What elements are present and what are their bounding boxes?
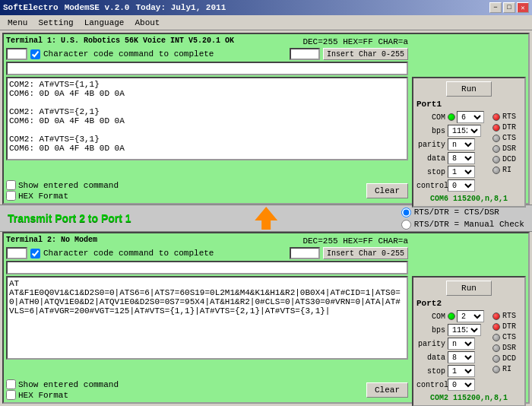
port2-dtr-led xyxy=(492,323,500,331)
terminal1-hex-format-label: HEX Format xyxy=(6,191,119,201)
port2-data-row: data 87 xyxy=(416,351,489,363)
port1-leds: RTS DTR CTS DSR xyxy=(492,111,521,193)
terminal1-hex-format-checkbox[interactable] xyxy=(6,191,16,201)
port2-parity-row: parity neo xyxy=(416,338,489,350)
port1-run-button[interactable]: Run xyxy=(446,81,492,97)
port1-dsr-led xyxy=(492,145,500,153)
port1-control-label: control xyxy=(416,182,445,190)
port1-data-select[interactable]: 87 xyxy=(448,152,475,164)
title-bar-text: SoftElectro ModemSE v.2.0 Today: July1, … xyxy=(3,3,226,12)
port2-com-row: COM 2134 xyxy=(416,310,489,322)
middle-divider: Transmit Port 2 to Port 1 RTS/DTR = CTS/… xyxy=(0,205,532,232)
port2-ri-label: RI xyxy=(502,365,521,373)
port1-rts-led-row: RTS xyxy=(492,113,521,121)
port2-run-button[interactable]: Run xyxy=(446,281,492,296)
terminal2-show-entered-label: Show entered command xyxy=(6,379,119,389)
terminal1-char-label: Character code command to complete xyxy=(43,49,214,59)
port1-cts-led xyxy=(492,135,500,142)
port2-control-row: control 01 xyxy=(416,379,489,391)
port2-stop-select[interactable]: 12 xyxy=(448,365,475,377)
port1-dtr-led-row: DTR xyxy=(492,123,521,132)
port2-parity-label: parity xyxy=(416,340,445,348)
port2-bps-select[interactable]: 115200960057600 xyxy=(448,324,481,336)
terminal1-show-entered-checkbox[interactable] xyxy=(6,180,16,190)
port1-parity-select[interactable]: neo xyxy=(448,138,475,151)
terminal1-dec-hex: DEC=255 HEX=FF CHAR=a xyxy=(302,37,408,46)
terminal1-clear-button[interactable]: Clear xyxy=(366,183,408,198)
port2-rts-led-row: RTS xyxy=(492,312,521,320)
port2-parity-select[interactable]: neo xyxy=(448,338,475,350)
port1-dtr-led xyxy=(492,124,500,132)
minimize-button[interactable]: − xyxy=(489,2,502,13)
menu-item-menu[interactable]: Menu xyxy=(3,17,32,28)
port2-ri-led-row: RI xyxy=(492,365,521,373)
port1-bps-select[interactable]: 115200960057600 xyxy=(448,125,481,137)
terminal2-at-input[interactable]: AT xyxy=(6,261,408,274)
port2-stop-row: stop 12 xyxy=(416,365,489,377)
port2-com-select[interactable]: 2134 xyxy=(457,310,484,322)
terminal2-char-label: Character code command to complete xyxy=(43,249,214,258)
port2-leds: RTS DTR CTS DSR xyxy=(492,310,521,392)
port1-title: Port1 xyxy=(416,100,521,109)
terminal2-char-code-input[interactable]: 13 xyxy=(6,247,27,259)
radio2-label: RTS/DTR = Manual Check xyxy=(401,220,524,230)
port1-com-row: COM 612345 xyxy=(416,111,489,123)
port1-com-select[interactable]: 612345 xyxy=(457,111,484,123)
terminal2-show-entered-checkbox[interactable] xyxy=(6,379,16,389)
port1-rts-label: RTS xyxy=(502,113,521,121)
port2-dcd-label: DCD xyxy=(502,354,521,363)
terminal1-title: Terminal 1: U.S. Robotics 56K Voice INT … xyxy=(6,36,234,45)
port2-cts-led xyxy=(492,334,500,341)
terminal1-show-entered-label: Show entered command xyxy=(6,180,119,190)
terminal2-bottom-row: Show entered command HEX Format Clear xyxy=(6,379,408,400)
app-name: SoftElectro xyxy=(3,3,59,12)
port2-control-select[interactable]: 01 xyxy=(448,379,475,391)
terminal2-hex-format-label: HEX Format xyxy=(6,390,119,400)
port1-bps-label: bps xyxy=(416,127,445,135)
terminal2-hex-format-checkbox[interactable] xyxy=(6,390,16,400)
terminal2-char-checkbox[interactable] xyxy=(30,249,40,259)
menu-bar: Menu Setting Language About xyxy=(0,15,532,30)
close-button[interactable]: ✕ xyxy=(517,2,529,13)
terminal2-clear-button[interactable]: Clear xyxy=(366,382,408,398)
port2-dsr-led xyxy=(492,344,500,352)
terminal1-char-code-input[interactable]: 13 xyxy=(6,48,27,60)
main-content: Terminal 1: U.S. Robotics 56K Voice INT … xyxy=(0,30,532,406)
menu-item-setting[interactable]: Setting xyxy=(33,17,78,28)
radio1-input[interactable] xyxy=(401,208,411,217)
port1-control-select[interactable]: 01 xyxy=(448,179,475,192)
port2-dsr-label: DSR xyxy=(502,344,521,352)
port2-com-label: COM xyxy=(416,312,445,321)
port1-parity-row: parity neo xyxy=(416,138,489,151)
terminal2-char-value[interactable]: 255 xyxy=(290,247,320,259)
terminal2-dec-hex: DEC=255 HEX=FF CHAR=a xyxy=(302,236,408,246)
port2-ri-led xyxy=(492,366,500,373)
port1-panel: Run Port1 COM 612345 xyxy=(412,77,526,208)
terminal2-insert-button[interactable]: Insert Char 0-255 xyxy=(323,247,408,259)
terminal2-output: AT AT&F1E0Q0V1&C1&D2S0=0|ATS6=6|ATS7=60S… xyxy=(6,276,408,360)
port1-bps-row: bps 115200960057600 xyxy=(416,125,489,137)
port2-data-select[interactable]: 87 xyxy=(448,351,475,363)
port2-bps-row: bps 115200960057600 xyxy=(416,324,489,336)
terminal1-output: COM2: AT#VTS={1,1} COM6: 0D 0A 4F 4B 0D … xyxy=(6,77,408,160)
title-bar: SoftElectro ModemSE v.2.0 Today: July1, … xyxy=(0,0,532,15)
radio2-input[interactable] xyxy=(401,220,411,230)
up-arrow-icon xyxy=(255,207,277,230)
menu-item-language[interactable]: Language xyxy=(80,17,129,28)
port1-stop-label: stop xyxy=(416,168,445,176)
port1-stop-row: stop 12 xyxy=(416,166,489,178)
port2-stop-label: stop xyxy=(416,367,445,376)
terminal1-char-checkbox[interactable] xyxy=(30,49,40,59)
port1-dcd-label: DCD xyxy=(502,155,521,163)
date-display: Today: July1, 2011 xyxy=(135,3,226,12)
port1-ri-led xyxy=(492,167,500,174)
maximize-button[interactable]: □ xyxy=(503,2,515,13)
menu-item-about[interactable]: About xyxy=(130,17,164,28)
terminal1-insert-button[interactable]: Insert Char 0-255 xyxy=(323,48,408,60)
port2-dtr-led-row: DTR xyxy=(492,322,521,331)
port2-dtr-label: DTR xyxy=(502,322,521,331)
terminal1-at-input[interactable]: AT xyxy=(6,62,408,75)
terminal1-char-value[interactable]: 255 xyxy=(290,48,320,60)
port1-stop-select[interactable]: 12 xyxy=(448,166,475,178)
port1-cts-label: CTS xyxy=(502,134,521,142)
